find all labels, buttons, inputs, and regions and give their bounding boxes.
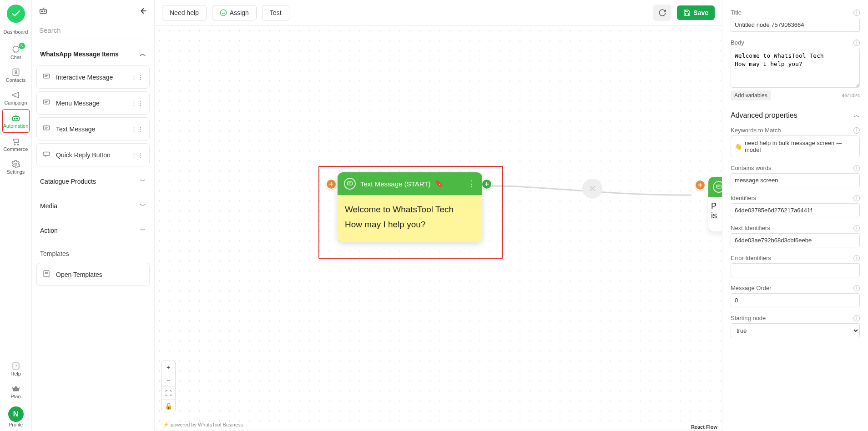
test-button[interactable]: Test xyxy=(262,5,289,20)
info-icon[interactable]: i xyxy=(853,285,860,291)
chevron-up-icon: ︿ xyxy=(853,111,860,120)
info-icon[interactable]: i xyxy=(853,315,860,321)
info-icon[interactable]: i xyxy=(853,195,860,201)
info-icon[interactable]: i xyxy=(853,40,860,46)
svg-rect-15 xyxy=(43,100,50,104)
input-port[interactable]: + xyxy=(326,179,337,190)
nav-profile[interactable]: N Profile xyxy=(2,403,30,431)
item-quick-reply[interactable]: Quick Reply Button ⋮⋮ xyxy=(36,143,150,166)
powered-by-label: ⚡ powered by WhatsTool Business xyxy=(159,420,247,430)
svg-point-0 xyxy=(13,46,19,52)
chevron-down-icon: ﹀ xyxy=(140,177,146,185)
search-input[interactable] xyxy=(38,22,148,39)
svg-rect-11 xyxy=(40,9,47,13)
nav-settings[interactable]: Settings xyxy=(2,155,30,178)
assign-button[interactable]: Assign xyxy=(212,5,257,20)
flow-canvas[interactable]: ✕ + + Text Message (START) 🔖 ⋮ Welcom xyxy=(155,25,722,431)
help-icon: ? xyxy=(11,361,21,371)
fit-view-button[interactable]: ⛶ xyxy=(161,386,175,399)
message-icon xyxy=(42,72,50,82)
svg-point-5 xyxy=(16,118,17,119)
start-flag-icon: 🔖 xyxy=(435,180,444,188)
info-icon[interactable]: i xyxy=(853,225,860,231)
svg-point-12 xyxy=(41,11,42,12)
toolbar: Need help Assign Test Save xyxy=(155,0,722,25)
zoom-in-button[interactable]: + xyxy=(161,361,175,374)
message-order-label: Message Order xyxy=(731,285,772,291)
node-menu-button[interactable]: ⋮ xyxy=(468,179,476,189)
svg-rect-20 xyxy=(348,182,353,185)
lock-button[interactable]: 🔒 xyxy=(161,399,175,412)
nav-rail: Dashboard 5 Chat Contacts Campaign Aut xyxy=(0,0,32,431)
node-text-message-start[interactable]: + + Text Message (START) 🔖 ⋮ Welcome to … xyxy=(318,166,503,259)
nav-chat[interactable]: 5 Chat xyxy=(2,41,30,64)
nav-contacts[interactable]: Contacts xyxy=(2,64,30,86)
next-identifiers-label: Next Identifiers xyxy=(731,225,770,231)
next-identifiers-input[interactable] xyxy=(731,233,860,247)
node-header[interactable]: Text Message (START) 🔖 ⋮ xyxy=(338,172,482,195)
properties-panel: Title i Body i Add variables 46/1024 Adv… xyxy=(722,0,868,431)
output-port[interactable]: + xyxy=(481,179,492,190)
node-body: Welcome to WhatsTool Tech How may I help… xyxy=(338,195,482,242)
contains-input[interactable] xyxy=(731,173,860,187)
contacts-icon xyxy=(11,67,21,77)
svg-point-4 xyxy=(14,118,15,119)
nav-campaign[interactable]: Campaign xyxy=(2,86,30,109)
wave-icon: 👋 xyxy=(735,143,742,150)
nav-commerce[interactable]: Commerce xyxy=(2,133,30,155)
react-flow-label: React Flow xyxy=(691,424,717,430)
app-logo xyxy=(7,5,25,23)
svg-rect-14 xyxy=(43,74,50,78)
svg-text:?: ? xyxy=(15,364,17,368)
svg-point-6 xyxy=(14,144,15,145)
add-variables-button[interactable]: Add variables xyxy=(731,90,771,100)
zoom-controls: + − ⛶ 🔒 xyxy=(161,361,176,412)
body-textarea[interactable] xyxy=(731,48,860,88)
nav-help[interactable]: ? Help xyxy=(2,357,30,380)
item-menu-message[interactable]: Menu Message ⋮⋮ xyxy=(36,91,150,115)
error-identifiers-label: Error Identifiers xyxy=(731,255,771,261)
message-order-input[interactable] xyxy=(731,293,860,307)
info-icon[interactable]: i xyxy=(853,127,860,134)
identifiers-input[interactable] xyxy=(731,203,860,217)
side-panel: WhatsApp Message Items ︿ Interactive Mes… xyxy=(32,0,155,431)
input-port[interactable]: + xyxy=(695,180,706,190)
section-action[interactable]: Action ﹀ xyxy=(36,218,150,243)
info-icon[interactable]: i xyxy=(853,10,860,16)
nav-dashboard[interactable]: Dashboard xyxy=(2,25,30,38)
section-catalogue[interactable]: Catalogue Products ﹀ xyxy=(36,169,150,194)
svg-rect-21 xyxy=(717,185,722,188)
automation-icon xyxy=(11,113,21,123)
template-icon xyxy=(42,270,50,279)
open-templates[interactable]: Open Templates xyxy=(36,263,150,286)
keywords-input[interactable]: 👋 need help in bulk message screen --- m… xyxy=(731,135,860,157)
nav-automation[interactable]: Automation xyxy=(2,109,30,133)
node-next-partial[interactable]: + P is xyxy=(708,177,722,231)
collapse-panel-button[interactable] xyxy=(138,6,148,18)
save-button[interactable]: Save xyxy=(677,5,715,20)
error-identifiers-input[interactable] xyxy=(731,263,860,277)
nav-plan[interactable]: Plan xyxy=(2,380,30,403)
section-media[interactable]: Media ﹀ xyxy=(36,194,150,218)
contains-label: Contains words xyxy=(731,165,772,171)
info-icon[interactable]: i xyxy=(853,255,860,261)
need-help-button[interactable]: Need help xyxy=(162,5,207,20)
svg-point-13 xyxy=(44,11,45,12)
item-text-message[interactable]: Text Message ⋮⋮ xyxy=(36,117,150,140)
refresh-button[interactable] xyxy=(653,5,671,21)
zoom-out-button[interactable]: − xyxy=(161,374,175,386)
drag-handle-icon: ⋮⋮ xyxy=(131,125,144,132)
message-icon xyxy=(713,181,722,193)
item-interactive-message[interactable]: Interactive Message ⋮⋮ xyxy=(36,65,150,89)
campaign-icon xyxy=(11,90,21,100)
advanced-properties-toggle[interactable]: Advanced properties ︿ xyxy=(731,111,860,120)
svg-point-19 xyxy=(220,10,226,15)
section-whatsapp-items[interactable]: WhatsApp Message Items ︿ xyxy=(36,43,150,63)
title-input[interactable] xyxy=(731,18,860,32)
chevron-down-icon: ﹀ xyxy=(140,226,146,235)
edge-delete-button[interactable]: ✕ xyxy=(582,179,602,199)
starting-node-select[interactable]: true xyxy=(731,323,860,338)
svg-point-8 xyxy=(15,163,17,165)
canvas-area: Need help Assign Test Save ✕ + + xyxy=(155,0,722,431)
info-icon[interactable]: i xyxy=(853,165,860,171)
